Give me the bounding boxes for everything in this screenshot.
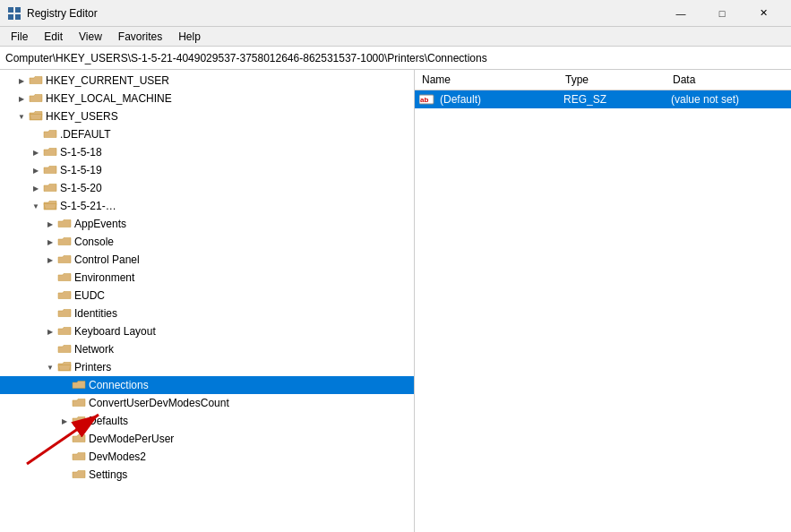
menu-help[interactable]: Help	[171, 27, 208, 47]
tree-expander[interactable]	[43, 287, 57, 305]
main-area: ▶ HKEY_CURRENT_USER▶ HKEY_LOCAL_MACHINE▼…	[0, 70, 791, 532]
tree-row[interactable]: DevModePerUser	[0, 430, 414, 448]
menu-edit[interactable]: Edit	[37, 27, 70, 47]
address-bar: Computer\HKEY_USERS\S-1-5-21-4049029537-…	[0, 47, 791, 70]
reg-value-type: REG_SZ	[563, 93, 671, 106]
folder-icon	[43, 145, 57, 159]
tree-row[interactable]: ▼ Printers	[0, 358, 414, 376]
close-button[interactable]: ✕	[743, 0, 784, 27]
tree-row[interactable]: ▶ S-1-5-20	[0, 179, 414, 197]
tree-expander[interactable]	[57, 448, 72, 466]
tree-label: Control Panel	[74, 253, 140, 266]
tree-expander[interactable]: ▶	[29, 143, 43, 161]
tree-row[interactable]: ▶ HKEY_LOCAL_MACHINE	[0, 90, 414, 107]
folder-icon	[72, 378, 86, 392]
folder-icon	[43, 163, 57, 177]
folder-icon	[72, 432, 86, 446]
folder-icon	[72, 396, 86, 410]
title-bar: Registry Editor — □ ✕	[0, 0, 791, 27]
tree-label: HKEY_USERS	[46, 110, 118, 123]
tree-row[interactable]: Identities	[0, 305, 414, 322]
tree-row[interactable]: Environment	[0, 269, 414, 287]
folder-icon	[29, 73, 43, 88]
tree-expander[interactable]: ▶	[14, 90, 29, 107]
tree-row[interactable]: ConvertUserDevModesCount	[0, 394, 414, 412]
menu-favorites[interactable]: Favorites	[111, 27, 169, 47]
tree-expander[interactable]	[29, 125, 43, 143]
menu-view[interactable]: View	[72, 27, 109, 47]
tree-label: .DEFAULT	[60, 128, 110, 141]
folder-icon	[43, 199, 57, 213]
folder-icon	[57, 288, 72, 303]
folder-icon	[72, 414, 86, 428]
maximize-button[interactable]: □	[701, 0, 743, 27]
tree-row[interactable]: Network	[0, 340, 414, 358]
svg-rect-0	[8, 7, 13, 13]
tree-label: DevModes2	[89, 450, 146, 463]
right-pane: Name Type Data ab (Default)REG_SZ(value …	[415, 70, 791, 532]
tree-expander[interactable]	[43, 340, 57, 358]
minimize-button[interactable]: —	[660, 0, 701, 27]
folder-icon	[29, 109, 43, 124]
svg-rect-1	[15, 7, 21, 13]
tree-row[interactable]: .DEFAULT	[0, 125, 414, 143]
folder-icon	[29, 91, 43, 106]
tree-expander[interactable]: ▶	[43, 215, 57, 233]
tree-expander[interactable]: ▼	[29, 197, 43, 215]
tree-row[interactable]: ▶ AppEvents	[0, 215, 414, 233]
tree-label: S-1-5-19	[60, 164, 102, 176]
folder-icon	[57, 342, 72, 356]
reg-value-icon: ab	[418, 92, 436, 107]
tree-row[interactable]: ▶ Keyboard Layout	[0, 322, 414, 340]
svg-rect-2	[8, 14, 13, 20]
tree-row[interactable]: Settings	[0, 466, 414, 484]
tree-expander[interactable]: ▶	[43, 251, 57, 269]
tree-expander[interactable]: ▶	[43, 233, 57, 251]
tree-row[interactable]: ▶ S-1-5-18	[0, 143, 414, 161]
tree-expander[interactable]: ▶	[57, 412, 72, 430]
tree-label: Environment	[74, 271, 134, 284]
tree-expander[interactable]: ▶	[29, 179, 43, 197]
tree-expander[interactable]: ▶	[43, 322, 57, 340]
tree-row[interactable]: ▶ S-1-5-19	[0, 161, 414, 179]
tree-row[interactable]: EUDC	[0, 287, 414, 305]
tree-expander[interactable]: ▶	[14, 72, 29, 90]
folder-icon	[72, 450, 86, 464]
tree-row[interactable]: ▶ Control Panel	[0, 251, 414, 269]
tree-row[interactable]: DevModes2	[0, 448, 414, 466]
tree-row[interactable]: ▼ HKEY_USERS	[0, 107, 414, 125]
tree-row[interactable]: Connections	[0, 376, 414, 394]
tree-label: HKEY_CURRENT_USER	[46, 74, 169, 87]
tree-label: Console	[74, 236, 114, 248]
tree-expander[interactable]	[57, 466, 72, 484]
col-header-name: Name	[415, 72, 558, 88]
tree-expander[interactable]	[43, 269, 57, 287]
tree-label: AppEvents	[74, 218, 126, 230]
tree-row[interactable]: ▶ HKEY_CURRENT_USER	[0, 72, 414, 90]
tree-expander[interactable]	[43, 305, 57, 322]
reg-value-name: (Default)	[438, 93, 563, 106]
folder-icon	[57, 253, 72, 267]
tree-row[interactable]: ▼ S-1-5-21-…	[0, 197, 414, 215]
menu-file[interactable]: File	[4, 27, 35, 47]
tree-expander[interactable]	[57, 430, 72, 448]
tree-expander[interactable]	[57, 376, 72, 394]
tree-expander[interactable]	[57, 394, 72, 412]
right-content[interactable]: ab (Default)REG_SZ(value not set)	[415, 90, 791, 532]
svg-rect-3	[15, 14, 21, 20]
tree-label: S-1-5-21-…	[60, 200, 116, 212]
tree-label: HKEY_LOCAL_MACHINE	[46, 92, 172, 105]
tree-expander[interactable]: ▼	[43, 358, 57, 376]
tree-content[interactable]: ▶ HKEY_CURRENT_USER▶ HKEY_LOCAL_MACHINE▼…	[0, 70, 414, 532]
right-row[interactable]: ab (Default)REG_SZ(value not set)	[415, 90, 791, 108]
reg-value-data: (value not set)	[671, 93, 787, 106]
tree-row[interactable]: ▶ Defaults	[0, 412, 414, 430]
tree-expander[interactable]: ▼	[14, 107, 29, 125]
tree-expander[interactable]: ▶	[29, 161, 43, 179]
tree-label: Keyboard Layout	[74, 325, 156, 338]
tree-label: Printers	[74, 361, 111, 373]
folder-icon	[72, 468, 86, 482]
tree-row[interactable]: ▶ Console	[0, 233, 414, 251]
tree-label: Defaults	[89, 415, 128, 427]
folder-icon	[57, 235, 72, 249]
